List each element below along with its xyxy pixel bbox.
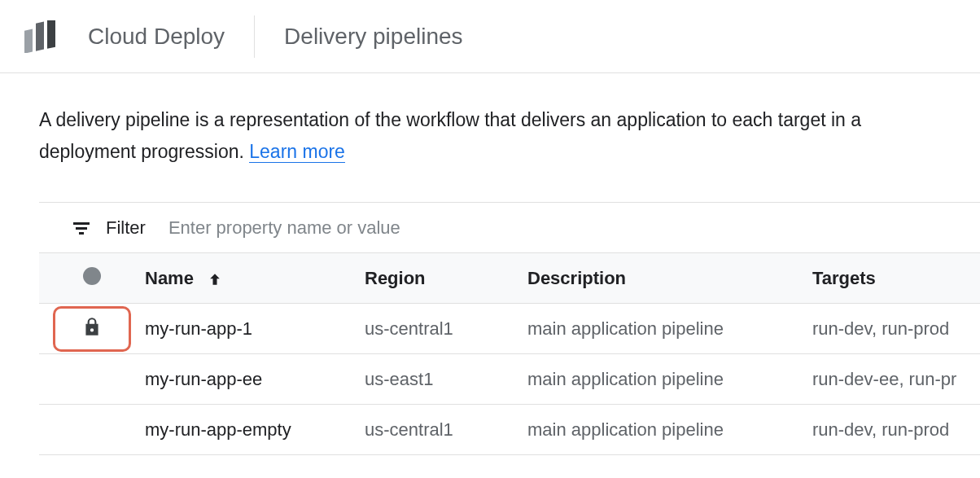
- service-title: Cloud Deploy: [88, 24, 254, 50]
- svg-rect-0: [24, 29, 33, 52]
- page-title: Delivery pipelines: [284, 24, 462, 50]
- svg-rect-5: [79, 232, 84, 235]
- pipeline-description: main application pipeline: [527, 354, 812, 405]
- filter-icon: [72, 218, 91, 238]
- filter-label: Filter: [106, 217, 146, 239]
- pipeline-targets: run-dev, run-prod: [812, 405, 980, 455]
- pipelines-table: Name Region Description Targets: [39, 252, 980, 455]
- cloud-deploy-icon: [20, 20, 65, 53]
- svg-rect-2: [47, 20, 55, 49]
- column-region[interactable]: Region: [365, 253, 527, 304]
- table-row[interactable]: my-run-app-1 us-central1 main applicatio…: [39, 304, 980, 354]
- description-text: A delivery pipeline is a representation …: [39, 109, 861, 162]
- column-name-label: Name: [145, 268, 194, 288]
- pipeline-region: us-central1: [365, 304, 527, 354]
- page-description: A delivery pipeline is a representation …: [39, 104, 934, 168]
- lock-icon: [81, 316, 103, 342]
- column-description[interactable]: Description: [527, 253, 812, 304]
- column-targets[interactable]: Targets: [812, 253, 980, 304]
- pipeline-name[interactable]: my-run-app-ee: [145, 354, 365, 405]
- svg-rect-3: [73, 222, 90, 225]
- pipeline-description: main application pipeline: [527, 405, 812, 455]
- filter-input[interactable]: [168, 217, 980, 239]
- header-divider: [254, 15, 255, 58]
- filter-bar: Filter: [39, 202, 980, 252]
- svg-rect-4: [76, 227, 87, 230]
- table-header-row: Name Region Description Targets: [39, 253, 980, 304]
- pipeline-description: main application pipeline: [527, 304, 812, 354]
- status-dot-icon: [83, 267, 101, 285]
- column-status: [39, 253, 145, 304]
- header: Cloud Deploy Delivery pipelines: [0, 0, 980, 73]
- lock-highlight: [53, 306, 131, 352]
- pipeline-name[interactable]: my-run-app-empty: [145, 405, 365, 455]
- pipeline-region: us-central1: [365, 405, 527, 455]
- learn-more-link[interactable]: Learn more: [249, 141, 345, 163]
- pipeline-targets: run-dev-ee, run-pr: [812, 354, 980, 405]
- table-row[interactable]: my-run-app-empty us-central1 main applic…: [39, 405, 980, 455]
- sort-arrow-up-icon: [207, 271, 223, 287]
- pipeline-region: us-east1: [365, 354, 527, 405]
- pipeline-targets: run-dev, run-prod: [812, 304, 980, 354]
- svg-rect-1: [36, 21, 44, 50]
- pipeline-name[interactable]: my-run-app-1: [145, 304, 365, 354]
- column-name[interactable]: Name: [145, 253, 365, 304]
- table-row[interactable]: my-run-app-ee us-east1 main application …: [39, 354, 980, 405]
